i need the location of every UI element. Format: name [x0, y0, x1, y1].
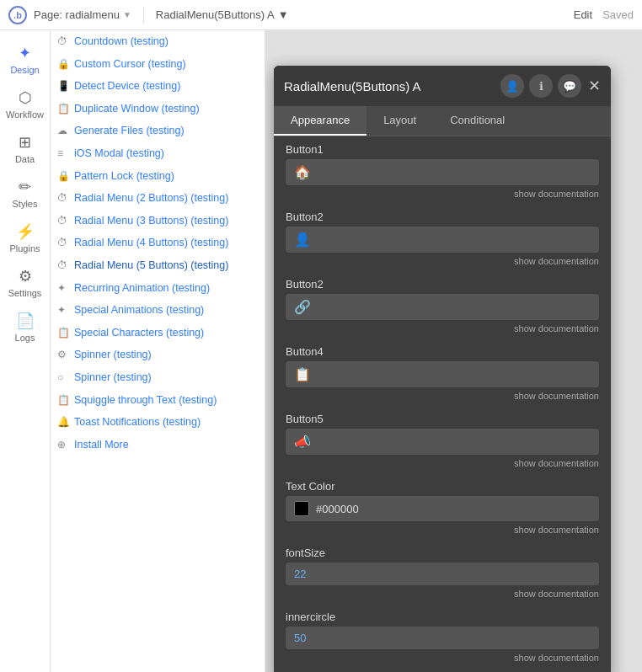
innercircle-doc[interactable]: show documentation — [274, 651, 611, 668]
workflow-icon: ⬡ — [19, 88, 32, 107]
tab-conditional[interactable]: Conditional — [433, 106, 522, 136]
list-item[interactable]: ⏱ Radial Menu (2 Buttons) (testing) — [51, 187, 265, 210]
list-item[interactable]: ☁ Generate Files (testing) — [51, 120, 265, 142]
sidebar-icon-workflow[interactable]: ⬡ Workflow — [0, 82, 50, 126]
list-item-icon: 🔒 — [57, 58, 69, 72]
text-color-row: Text Color #000000 — [274, 473, 611, 523]
font-size-value: 22 — [294, 568, 306, 580]
list-item-text: Spinner (testing) — [74, 371, 152, 384]
list-item-text: Toast Notifications (testing) — [74, 415, 201, 429]
button4-doc[interactable]: show documentation — [274, 389, 611, 406]
list-item[interactable]: 🔒 Custom Cursor (testing) — [51, 53, 265, 76]
list-item[interactable]: 📋 Duplicate Window (testing) — [51, 98, 265, 120]
list-item[interactable]: ⊕ Install More — [51, 434, 265, 456]
button2b-control[interactable]: 🔗 — [286, 294, 599, 320]
list-item[interactable]: 🔒 Pattern Lock (testing) — [51, 165, 265, 188]
data-label: Data — [15, 154, 35, 164]
text-color-swatch[interactable] — [294, 501, 309, 516]
button5-label: Button5 — [286, 413, 599, 425]
list-item[interactable]: 📱 Detect Device (testing) — [51, 75, 265, 98]
text-color-doc[interactable]: show documentation — [274, 523, 611, 540]
tab-layout[interactable]: Layout — [366, 106, 433, 136]
list-item-icon: ⊕ — [57, 439, 69, 452]
list-item[interactable]: ✦ Special Animations (testing) — [51, 299, 265, 322]
user-icon-button[interactable]: 👤 — [500, 74, 524, 98]
sidebar-icon-styles[interactable]: ✏ Styles — [0, 171, 50, 216]
button1-row: Button1 🏠 — [274, 136, 611, 187]
list-item-text: Custom Cursor (testing) — [74, 57, 186, 71]
font-size-row: fontSize 22 — [274, 540, 611, 587]
button5-control[interactable]: 📣 — [286, 429, 599, 455]
modal-header: RadialMenu(5Buttons) A 👤 ℹ 💬 ✕ — [274, 66, 611, 106]
list-item[interactable]: ⏱ Countdown (testing) — [51, 30, 265, 53]
list-item-icon: 📋 — [57, 103, 69, 116]
page-selector[interactable]: Page: radialmenu ▼ — [34, 8, 131, 21]
button2b-doc[interactable]: show documentation — [274, 322, 611, 339]
list-item-text: Squiggle through Text (testing) — [74, 393, 217, 407]
button1-control[interactable]: 🏠 — [286, 159, 599, 185]
info-icon-button[interactable]: ℹ — [529, 74, 553, 98]
button2b-label: Button2 — [286, 278, 599, 291]
chat-icon-button[interactable]: 💬 — [558, 74, 581, 98]
workflow-label: Workflow — [6, 109, 44, 120]
list-item-icon: ≡ — [57, 147, 69, 161]
button5-row: Button5 📣 — [274, 406, 611, 456]
data-icon: ⊞ — [19, 133, 31, 152]
list-item[interactable]: ⏱ Radial Menu (3 Buttons) (testing) — [51, 210, 265, 232]
list-item-icon: ⏱ — [57, 259, 69, 273]
list-item-icon: ✦ — [57, 282, 69, 296]
styles-label: Styles — [13, 199, 38, 209]
list-item-icon: ⏱ — [57, 192, 69, 205]
list-item-text: Radial Menu (2 Buttons) (testing) — [74, 191, 228, 205]
list-item[interactable]: ≡ iOS Modal (testing) — [51, 142, 265, 165]
plugins-icon: ⚡ — [16, 222, 35, 241]
button4-control[interactable]: 📋 — [286, 361, 599, 387]
close-icon[interactable]: ✕ — [588, 77, 601, 95]
innercircle-row: innercircle 50 — [274, 604, 611, 651]
innercircle-label: innercircle — [286, 611, 599, 623]
list-item-text: Special Animations (testing) — [74, 303, 204, 317]
list-item[interactable]: ⚙ Spinner (testing) — [51, 344, 265, 366]
logs-icon: 📄 — [16, 312, 35, 330]
component-selector[interactable]: RadialMenu(5Buttons) A ▼ — [156, 8, 289, 21]
list-item[interactable]: ○ Spinner (testing) — [51, 366, 265, 389]
text-color-control[interactable]: #000000 — [286, 496, 599, 521]
topbar-actions: Edit Saved — [574, 8, 634, 21]
innercircle-value: 50 — [294, 632, 306, 644]
styles-icon: ✏ — [19, 178, 31, 196]
user-icon: 👤 — [506, 80, 519, 93]
logo: .b — [8, 6, 27, 24]
list-item[interactable]: 🔔 Toast Notifications (testing) — [51, 411, 265, 434]
main-layout: ✦ Design ⬡ Workflow ⊞ Data ✏ Styles ⚡ Pl… — [0, 30, 642, 672]
button2a-control[interactable]: 👤 — [286, 227, 599, 253]
list-item-icon: ○ — [57, 371, 69, 385]
button1-doc[interactable]: show documentation — [274, 187, 611, 204]
list-item-icon: 🔒 — [57, 170, 69, 184]
modal-content: Button1 🏠 show documentation Button2 👤 s… — [274, 136, 611, 672]
sidebar-icon-logs[interactable]: 📄 Logs — [0, 305, 50, 349]
design-icon: ✦ — [19, 44, 31, 62]
list-item[interactable]: ⏱ Radial Menu (5 Buttons) (testing) — [51, 254, 265, 277]
list-item[interactable]: 📋 Special Characters (testing) — [51, 322, 265, 344]
button2a-doc[interactable]: show documentation — [274, 254, 611, 271]
sidebar-icon-data[interactable]: ⊞ Data — [0, 126, 50, 171]
innercircle-control[interactable]: 50 — [286, 627, 599, 649]
list-item[interactable]: ✦ Recurring Animation (testing) — [51, 277, 265, 300]
button5-doc[interactable]: show documentation — [274, 456, 611, 473]
button4-label: Button4 — [286, 345, 599, 358]
list-item[interactable]: ⏱ Radial Menu (4 Buttons) (testing) — [51, 232, 265, 254]
font-size-doc[interactable]: show documentation — [274, 587, 611, 604]
button5-icon: 📣 — [294, 434, 311, 450]
topbar-divider — [143, 7, 144, 24]
list-item-text: Pattern Lock (testing) — [74, 169, 174, 183]
list-item[interactable]: 📋 Squiggle through Text (testing) — [51, 389, 265, 412]
list-item-text: Special Characters (testing) — [74, 326, 204, 339]
list-item-text: Radial Menu (3 Buttons) (testing) — [74, 214, 228, 227]
sidebar-icon-design[interactable]: ✦ Design — [0, 37, 50, 82]
sidebar-icon-settings[interactable]: ⚙ Settings — [0, 260, 50, 305]
sidebar-icon-plugins[interactable]: ⚡ Plugins — [0, 216, 50, 260]
edit-button[interactable]: Edit — [574, 8, 592, 21]
font-size-control[interactable]: 22 — [286, 563, 599, 585]
list-item-icon: 📋 — [57, 327, 69, 340]
tab-appearance[interactable]: Appearance — [274, 106, 366, 136]
